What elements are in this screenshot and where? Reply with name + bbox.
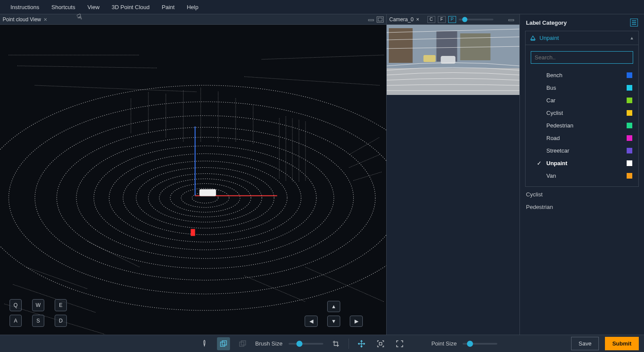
arrow-right-icon[interactable]: ▶ <box>350 316 363 327</box>
category-name: Car <box>546 97 627 104</box>
focus-icon[interactable] <box>374 337 387 350</box>
recent-label-item[interactable]: Pedestrian <box>526 204 638 210</box>
key-a[interactable]: A <box>10 315 22 327</box>
move-tool-icon[interactable] <box>355 337 368 350</box>
camera-mode-f[interactable]: F <box>438 16 446 23</box>
brush-tool-icon[interactable] <box>198 337 211 350</box>
category-name: Streetcar <box>546 147 627 154</box>
point-size-label: Point Size <box>431 340 457 347</box>
unpaint-icon <box>530 35 536 41</box>
category-picker: Unpaint ▲ ☟ BenchBusCarCyclistPedestrian… <box>525 31 639 187</box>
list-view-toggle-icon[interactable] <box>630 19 638 26</box>
recent-label-item[interactable]: Cyclist <box>526 191 638 198</box>
key-d[interactable]: D <box>55 315 67 327</box>
menu-shortcuts[interactable]: Shortcuts <box>45 1 81 13</box>
category-current: Unpaint <box>539 35 559 41</box>
svg-point-12 <box>35 116 375 280</box>
camera-mode-c[interactable]: C <box>427 16 435 23</box>
key-q[interactable]: Q <box>10 299 22 311</box>
key-e[interactable]: E <box>55 299 67 311</box>
category-item-streetcar[interactable]: Streetcar <box>526 144 638 157</box>
camera-mode-p[interactable]: P <box>448 16 456 23</box>
color-swatch <box>627 110 632 116</box>
category-item-unpaint[interactable]: ✓Unpaint <box>526 157 638 169</box>
menu-instructions[interactable]: Instructions <box>4 1 45 13</box>
color-swatch <box>627 72 632 78</box>
category-item-bench[interactable]: Bench <box>526 69 638 81</box>
label-sidebar: Label Category Unpaint ▲ ☟ BenchBusCarCy… <box>519 14 644 335</box>
svg-rect-0 <box>368 20 374 21</box>
arrow-up-icon[interactable]: ▲ <box>327 301 340 312</box>
svg-rect-22 <box>389 28 413 63</box>
brush-size-label: Brush Size <box>255 340 283 347</box>
submit-button[interactable]: Submit <box>605 337 639 350</box>
arrow-down-icon[interactable]: ▼ <box>327 316 340 327</box>
color-swatch <box>627 148 632 153</box>
chevron-up-icon: ▲ <box>630 36 634 40</box>
color-swatch <box>627 98 632 103</box>
arrow-left-icon[interactable]: ◀ <box>305 316 318 327</box>
camera-minimize-icon[interactable] <box>508 16 514 23</box>
camera-tab-close-icon[interactable]: × <box>416 16 419 23</box>
camera-tab-title: Camera_0 <box>389 16 414 23</box>
color-swatch <box>627 85 632 91</box>
category-item-road[interactable]: Road <box>526 132 638 144</box>
svg-rect-17 <box>200 189 216 196</box>
pointcloud-viewport[interactable]: Q W E A S D ▲ ◀ ▼ ▶ <box>0 25 386 335</box>
svg-point-11 <box>57 127 354 269</box>
nav-arrows: ▲ ◀ ▼ ▶ <box>305 301 369 327</box>
category-item-pedestrian[interactable]: Pedestrian <box>526 119 638 132</box>
svg-point-14 <box>0 85 386 310</box>
category-name: Van <box>546 173 627 179</box>
svg-point-4 <box>159 179 251 217</box>
fullscreen-icon[interactable] <box>393 337 406 350</box>
recent-labels: Cyclist Pedestrian <box>520 187 644 215</box>
category-picker-header[interactable]: Unpaint ▲ <box>526 31 638 45</box>
svg-rect-31 <box>379 342 382 345</box>
layer-add-icon[interactable] <box>217 337 230 350</box>
svg-point-10 <box>76 137 334 259</box>
category-name: Pedestrian <box>546 122 627 129</box>
key-s[interactable]: S <box>32 315 44 327</box>
category-name: Road <box>546 135 627 141</box>
camera-image[interactable] <box>387 25 519 95</box>
category-item-bus[interactable]: Bus <box>526 81 638 94</box>
color-swatch <box>627 123 632 128</box>
category-item-cyclist[interactable]: Cyclist <box>526 107 638 119</box>
pointcloud-tab-close-icon[interactable]: × <box>44 16 47 23</box>
menu-view[interactable]: View <box>81 1 105 13</box>
category-search-input[interactable] <box>531 51 633 64</box>
key-w[interactable]: W <box>32 299 44 311</box>
menu-paint[interactable]: Paint <box>156 1 181 13</box>
nav-keys-qweasd: Q W E A S D <box>10 299 74 327</box>
color-swatch <box>627 135 632 141</box>
camera-opacity-slider[interactable] <box>459 19 493 20</box>
svg-point-9 <box>94 146 316 250</box>
divider <box>348 339 349 349</box>
menubar: Instructions Shortcuts View 3D Point Clo… <box>0 0 644 14</box>
layer-subtract-icon[interactable] <box>236 337 249 350</box>
menu-3d-point-cloud[interactable]: 3D Point Cloud <box>105 1 155 13</box>
category-name: Unpaint <box>546 160 627 166</box>
svg-rect-30 <box>241 341 246 345</box>
category-list: BenchBusCarCyclistPedestrianRoadStreetca… <box>526 67 638 186</box>
pointcloud-maximize-icon[interactable] <box>377 16 384 23</box>
crop-icon[interactable] <box>329 337 342 350</box>
category-item-car[interactable]: Car <box>526 94 638 107</box>
svg-point-13 <box>9 102 386 294</box>
svg-point-5 <box>148 174 262 222</box>
svg-point-7 <box>123 161 287 235</box>
category-name: Cyclist <box>546 110 627 116</box>
svg-point-8 <box>109 154 301 242</box>
point-size-slider[interactable] <box>463 343 497 345</box>
brush-size-slider[interactable] <box>289 343 323 345</box>
pointcloud-minimize-icon[interactable] <box>368 16 375 23</box>
camera-tab-header: Camera_0 × C F P <box>387 14 519 25</box>
svg-rect-18 <box>191 229 195 236</box>
category-item-van[interactable]: Van <box>526 169 638 182</box>
menu-help[interactable]: Help <box>181 1 204 13</box>
color-swatch <box>627 173 632 179</box>
save-button[interactable]: Save <box>571 337 599 350</box>
pointcloud-tab-header: Point cloud View × <box>0 14 386 25</box>
sidebar-heading: Label Category <box>526 20 567 26</box>
